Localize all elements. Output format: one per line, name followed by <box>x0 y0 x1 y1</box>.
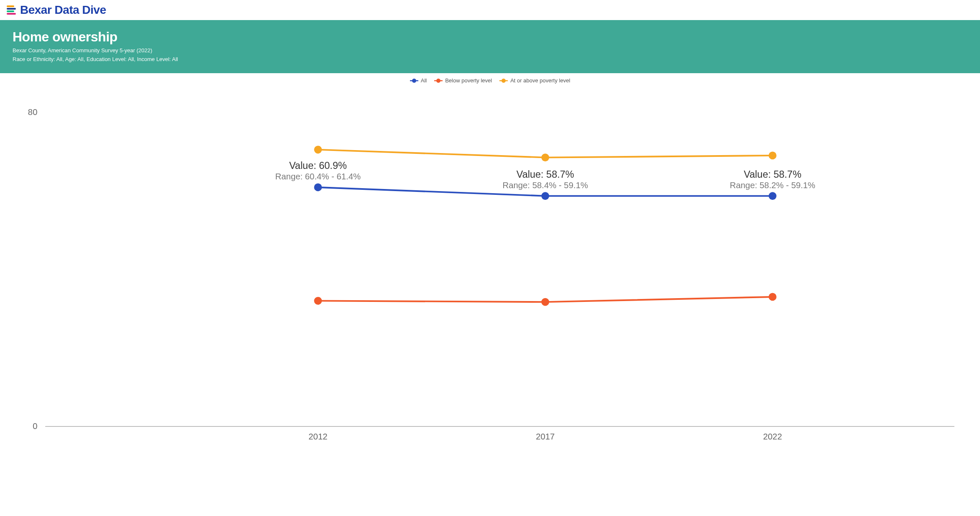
data-point[interactable] <box>314 297 322 305</box>
data-point[interactable] <box>769 152 776 160</box>
legend-item[interactable]: Below poverty level <box>434 77 492 84</box>
point-annotation-value: Value: 60.9% <box>289 160 347 171</box>
data-point[interactable] <box>541 298 549 306</box>
data-point[interactable] <box>769 192 776 200</box>
legend-swatch <box>410 79 418 83</box>
point-annotation-range: Range: 58.2% - 59.1% <box>730 181 815 190</box>
point-annotation-value: Value: 58.7% <box>517 169 574 180</box>
page-subtitle-filters: Race or Ethnicity: All, Age: All, Educat… <box>13 56 967 62</box>
svg-point-5 <box>501 79 506 83</box>
legend-swatch <box>434 79 443 83</box>
logo-icon <box>7 5 16 15</box>
data-point[interactable] <box>541 153 549 161</box>
logo-bar <box>7 8 16 10</box>
data-point[interactable] <box>314 146 322 153</box>
y-tick-label: 80 <box>28 107 38 117</box>
legend-label: At or above poverty level <box>510 77 570 84</box>
header-banner: Home ownership Bexar County, American Co… <box>0 20 980 73</box>
x-tick-label: 2022 <box>763 432 782 441</box>
x-tick-label: 2012 <box>308 432 327 441</box>
data-point[interactable] <box>314 184 322 192</box>
legend-label: All <box>421 77 427 84</box>
top-bar: Bexar Data Dive <box>0 0 980 20</box>
point-annotation-range: Range: 60.4% - 61.4% <box>275 172 361 181</box>
chart-legend: AllBelow poverty levelAt or above povert… <box>0 73 980 86</box>
svg-point-3 <box>436 79 440 83</box>
page-title: Home ownership <box>13 29 967 45</box>
point-annotation-range: Range: 58.4% - 59.1% <box>502 181 588 190</box>
legend-label: Below poverty level <box>445 77 492 84</box>
data-point[interactable] <box>541 192 549 200</box>
point-annotation-value: Value: 58.7% <box>744 169 802 180</box>
legend-swatch <box>499 79 508 83</box>
line-chart: 080201220172022Value: 60.9%Range: 60.4% … <box>13 86 967 452</box>
data-point[interactable] <box>769 293 776 301</box>
brand-title-text: Bexar Data Dive <box>20 3 106 16</box>
brand-title: Bexar Data Dive <box>20 3 106 17</box>
legend-item[interactable]: All <box>410 77 427 84</box>
logo-bar <box>7 10 14 12</box>
logo-bar <box>7 5 14 7</box>
logo-bar <box>7 13 16 15</box>
chart-container: 080201220172022Value: 60.9%Range: 60.4% … <box>0 86 980 461</box>
legend-item[interactable]: At or above poverty level <box>499 77 570 84</box>
y-tick-label: 0 <box>33 421 37 431</box>
x-tick-label: 2017 <box>536 432 555 441</box>
svg-point-1 <box>412 79 416 83</box>
page-subtitle-source: Bexar County, American Community Survey … <box>13 47 967 54</box>
